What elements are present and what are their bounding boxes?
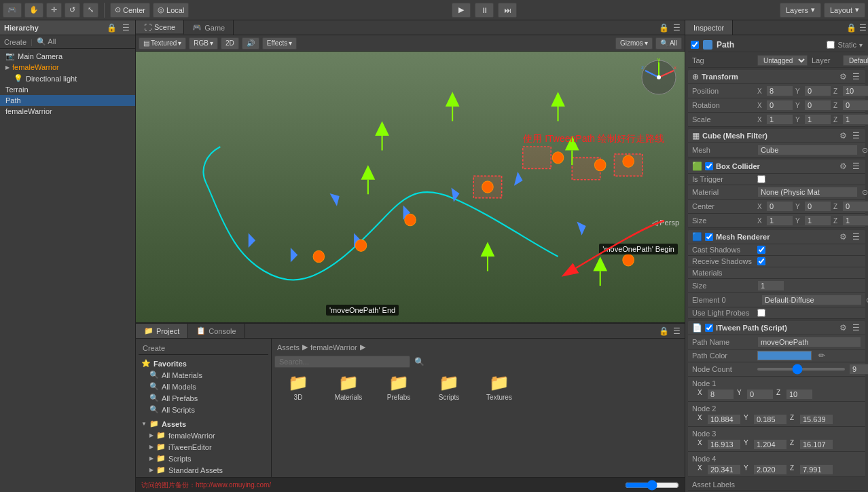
mesh-filter-settings-icon[interactable]: ⚙ <box>838 131 848 140</box>
fav-all-models[interactable]: 🔍 All Models <box>139 381 268 392</box>
n4-y-field[interactable] <box>753 464 787 475</box>
asset-female-warrior[interactable]: ▶ 📁 femaleWarrior <box>139 430 268 441</box>
asset-itween-editor[interactable]: ▶ 📁 iTweenEditor <box>139 441 268 453</box>
inspector-menu-icon[interactable]: ☰ <box>858 20 868 35</box>
layer-dropdown[interactable]: Default <box>843 55 868 66</box>
n3-z-field[interactable] <box>799 439 833 450</box>
box-collider-header[interactable]: 🟩 Box Collider ⚙ ☰ <box>688 159 865 174</box>
n1-z-field[interactable] <box>786 389 813 400</box>
cy-field[interactable] <box>804 201 831 212</box>
hierarchy-item-female-warrior[interactable]: ▶ femaleWarrior <box>0 62 135 73</box>
tab-project[interactable]: 📁 Project <box>136 324 188 338</box>
hand-tool[interactable]: ✋ <box>24 3 43 18</box>
sx-field[interactable] <box>766 215 793 226</box>
scale-z-field[interactable] <box>842 114 868 125</box>
sy-field[interactable] <box>804 215 831 226</box>
hierarchy-item-terrain[interactable]: Terrain <box>0 84 135 95</box>
mesh-renderer-settings-icon[interactable]: ⚙ <box>838 232 848 242</box>
itween-settings-icon[interactable]: ⚙ <box>838 323 848 333</box>
hierarchy-item-directional-light[interactable]: 💡 Directional light <box>0 73 135 84</box>
scene-menu-icon[interactable]: ☰ <box>672 23 682 33</box>
node-count-field[interactable] <box>849 364 868 375</box>
hierarchy-create-btn[interactable]: Create <box>4 38 26 46</box>
rot-z-field[interactable] <box>842 100 868 111</box>
mesh-value-field[interactable] <box>757 145 858 155</box>
mat-size-field[interactable] <box>757 280 784 291</box>
mesh-filter-menu-icon[interactable]: ☰ <box>851 131 861 140</box>
folder-textures[interactable]: 📁 Textures <box>475 371 523 404</box>
pos-y-field[interactable] <box>804 86 831 96</box>
use-light-probes-checkbox[interactable] <box>757 309 765 317</box>
move-tool[interactable]: ✛ <box>46 3 62 18</box>
search-icon-btn[interactable]: 🔍 <box>413 357 426 366</box>
hierarchy-lock-icon[interactable]: 🔒 <box>105 23 118 33</box>
assets-link[interactable]: Assets <box>277 343 300 352</box>
rot-y-field[interactable] <box>804 100 831 111</box>
all-btn[interactable]: 🔍 All <box>655 37 682 50</box>
element0-field[interactable] <box>761 295 862 305</box>
mesh-picker-icon[interactable]: ⊙ <box>862 146 868 155</box>
mesh-renderer-enabled[interactable] <box>705 233 713 241</box>
object-active-checkbox[interactable] <box>691 41 699 49</box>
female-warrior-link[interactable]: femaleWarrior <box>310 343 357 352</box>
n1-y-field[interactable] <box>746 389 774 400</box>
rgb-btn[interactable]: RGB ▾ <box>189 37 218 50</box>
layout-dropdown[interactable]: Layout ▾ <box>824 3 865 18</box>
rotate-tool[interactable]: ↺ <box>65 3 80 18</box>
step-button[interactable]: ⏭ <box>498 3 517 18</box>
folder-scripts[interactable]: 📁 Scripts <box>425 371 473 404</box>
tab-console[interactable]: 📋 Console <box>188 324 245 338</box>
itween-menu-icon[interactable]: ☰ <box>851 323 861 333</box>
inspector-lock-icon[interactable]: 🔒 <box>845 20 858 35</box>
asset-standard-assets[interactable]: ▶ 📁 Standard Assets <box>139 464 268 476</box>
tab-scene[interactable]: ⛶ Scene <box>136 20 184 35</box>
material-field[interactable] <box>757 187 858 197</box>
itween-enabled[interactable] <box>705 324 713 332</box>
scene-lock-icon[interactable]: 🔒 <box>657 23 670 33</box>
hierarchy-item-female-warrior2[interactable]: femaleWarrior <box>0 106 135 117</box>
layers-dropdown[interactable]: Layers ▾ <box>780 3 821 18</box>
folder-prefabs[interactable]: 📁 Prefabs <box>375 371 422 404</box>
n1-x-field[interactable] <box>707 389 734 400</box>
is-trigger-checkbox[interactable] <box>757 175 765 183</box>
tag-dropdown[interactable]: Untagged <box>757 55 808 66</box>
play-button[interactable]: ▶ <box>452 3 471 18</box>
n2-x-field[interactable] <box>707 414 741 425</box>
assets-search-input[interactable] <box>274 356 410 368</box>
center-button[interactable]: ⊙ Center <box>110 3 150 18</box>
n2-z-field[interactable] <box>799 414 833 425</box>
effects-btn[interactable]: Effects ▾ <box>262 37 297 50</box>
cz-field[interactable] <box>842 201 868 212</box>
folder-materials[interactable]: 📁 Materials <box>325 371 372 404</box>
n3-y-field[interactable] <box>753 439 787 450</box>
folder-3d[interactable]: 📁 3D <box>274 371 322 404</box>
transform-menu-icon[interactable]: ☰ <box>851 72 861 81</box>
2d-btn[interactable]: 2D <box>221 37 239 50</box>
transform-header[interactable]: ⊕ Transform ⚙ ☰ <box>688 70 865 84</box>
path-name-field[interactable] <box>757 337 861 347</box>
audio-btn[interactable]: 🔊 <box>242 37 259 50</box>
mesh-renderer-menu-icon[interactable]: ☰ <box>851 232 861 242</box>
fav-all-scripts[interactable]: 🔍 All Scripts <box>139 404 268 415</box>
fav-all-materials[interactable]: 🔍 All Materials <box>139 369 268 381</box>
itween-path-header[interactable]: 📄 ITween Path (Script) ⚙ ☰ <box>688 321 865 335</box>
scale-y-field[interactable] <box>804 114 831 125</box>
n3-x-field[interactable] <box>707 439 741 450</box>
hierarchy-menu-icon[interactable]: ☰ <box>121 23 131 33</box>
scale-tool[interactable]: ⤡ <box>83 3 98 18</box>
tab-inspector[interactable]: Inspector <box>685 20 733 35</box>
path-color-edit-icon[interactable]: ✏ <box>818 351 825 360</box>
material-picker-icon[interactable]: ⊙ <box>862 188 868 197</box>
project-create-btn[interactable]: Create <box>143 344 165 352</box>
tab-game[interactable]: 🎮 Game <box>184 20 234 35</box>
pos-z-field[interactable] <box>842 86 868 96</box>
scene-viewport[interactable]: ◁ Persp y x z <box>136 52 685 322</box>
mesh-filter-header[interactable]: ▦ Cube (Mesh Filter) ⚙ ☰ <box>688 129 865 143</box>
fav-all-prefabs[interactable]: 🔍 All Prefabs <box>139 392 268 404</box>
n4-x-field[interactable] <box>707 464 741 475</box>
hierarchy-item-main-camera[interactable]: 📷 Main Camera <box>0 50 135 62</box>
project-lock-icon[interactable]: 🔒 <box>657 326 670 336</box>
node-count-slider[interactable] <box>757 368 845 371</box>
local-button[interactable]: ◎ Local <box>153 3 189 18</box>
cast-shadows-checkbox[interactable] <box>757 246 765 254</box>
